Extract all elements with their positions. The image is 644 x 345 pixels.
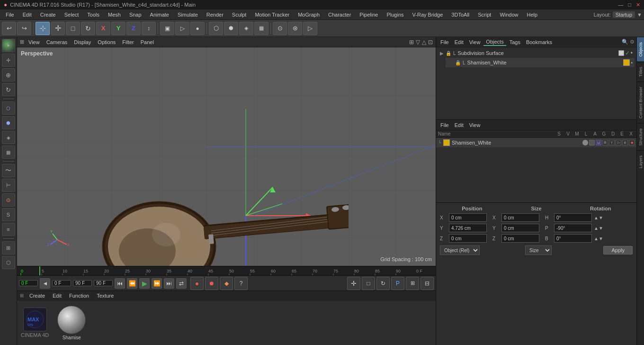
snap-tool-button[interactable]: S [2, 208, 15, 221]
coord-arrow-p[interactable]: ▲▼ [594, 226, 603, 231]
timeline-select-button[interactable]: □ [362, 277, 375, 290]
material-menu-edit[interactable]: Edit [51, 292, 63, 299]
layer-button[interactable]: ≡ [2, 223, 15, 236]
point-mode-button[interactable]: ⬢ [224, 22, 238, 35]
polygon-mode-button[interactable]: ▦ [254, 22, 268, 35]
scale-tool-button[interactable]: □ [66, 22, 80, 35]
material-menu-texture[interactable]: Texture [95, 292, 116, 299]
objects-settings-icon[interactable]: ⚙ [630, 39, 635, 45]
move-view-button[interactable]: ✛ [2, 54, 15, 67]
material-menu-create[interactable]: Create [27, 292, 47, 299]
render-settings-button[interactable]: ⊛ [288, 22, 302, 35]
brush-tool-button[interactable]: ▦ [2, 145, 15, 159]
objects-search-icon[interactable]: 🔍 [622, 39, 628, 45]
axis-y-button[interactable]: Y [111, 22, 125, 35]
start-frame-display[interactable]: 0 F [54, 281, 69, 286]
vtab-layers[interactable]: Layers [637, 150, 644, 173]
fps-display[interactable]: 90 F [96, 281, 110, 286]
menu-character[interactable]: Character [324, 11, 355, 18]
menu-help[interactable]: Help [523, 11, 542, 18]
timeline-keys-button[interactable]: ⊞ [406, 277, 419, 290]
end-frame-display[interactable]: 90 F [75, 281, 89, 286]
viewport-menu-options[interactable]: Options [95, 39, 118, 45]
tags-file-menu[interactable]: File [438, 122, 451, 128]
size-y-input[interactable] [501, 224, 539, 232]
loop-button[interactable]: ⇄ [176, 278, 187, 289]
menu-3dtoall[interactable]: 3DToAll [447, 11, 473, 18]
viewport-menu-filter[interactable]: Filter [120, 39, 136, 45]
grid-button[interactable]: ⊞ [2, 241, 15, 254]
menu-motion-tracker[interactable]: Motion Tracker [251, 11, 293, 18]
go-end-button[interactable]: ⏭ [164, 278, 174, 289]
menu-file[interactable]: File [2, 11, 18, 18]
menu-sculpt[interactable]: Sculpt [228, 11, 250, 18]
zoom-view-button[interactable]: ⊕ [2, 68, 15, 82]
frame-step-back-button[interactable]: ◀ [40, 278, 50, 289]
object-tree-item[interactable]: 🔒 L Shamisen_White • [446, 58, 635, 67]
maximize-button[interactable]: □ [628, 2, 631, 8]
viewport[interactable]: X Y Z Perspective Grid Spacing : 100 cm [17, 47, 436, 266]
material-menu-function[interactable]: Function [67, 292, 91, 299]
objects-edit-menu[interactable]: Edit [452, 39, 466, 45]
record-button[interactable]: ● [190, 22, 205, 35]
tags-view-menu[interactable]: View [467, 122, 483, 128]
coord-space-select[interactable]: Object (Rel) World [440, 245, 480, 255]
sculpt-tool-button[interactable]: ◈ [2, 131, 15, 144]
rotation-p-input[interactable] [554, 224, 592, 232]
menu-tools[interactable]: Tools [83, 11, 103, 18]
timeline-zoom-button[interactable]: ↻ [376, 277, 390, 290]
undo-button[interactable]: ↩ [2, 22, 16, 35]
rotate-tool-button[interactable]: ↻ [81, 22, 95, 35]
objects-bookmarks-menu[interactable]: Bookmarks [524, 39, 555, 45]
menu-edit[interactable]: Edit [19, 11, 36, 18]
obj-dot-icon[interactable]: • [631, 50, 633, 56]
menu-script[interactable]: Script [474, 11, 495, 18]
viewport-menu-view[interactable]: View [26, 39, 42, 45]
knife-tool-button[interactable]: ⊢ [2, 179, 15, 192]
move-tool-button[interactable]: ✛ [51, 22, 65, 35]
object-mode-button[interactable]: ⬡ [209, 22, 223, 35]
viewport-menu-display[interactable]: Display [72, 39, 93, 45]
edge-mode-button[interactable]: ◈ [239, 22, 253, 35]
play-button[interactable]: ▷ [175, 22, 189, 35]
objects-tags-menu[interactable]: Tags [507, 39, 523, 45]
go-start-button[interactable]: ⏮ [115, 278, 125, 289]
viewport-icon-fullscreen[interactable]: ⊡ [428, 39, 433, 45]
spline-tool-button[interactable]: 〜 [2, 164, 15, 177]
model-tool-button[interactable]: ⬡ [2, 101, 15, 115]
menu-create[interactable]: Create [36, 11, 60, 18]
cameras-button[interactable]: ● [2, 39, 15, 52]
objects-objects-menu[interactable]: Objects [483, 38, 506, 46]
viewport-icon-2[interactable]: ▽ [416, 39, 420, 45]
position-x-input[interactable] [449, 213, 487, 222]
size-x-input[interactable] [501, 213, 539, 222]
objects-file-menu[interactable]: File [438, 39, 451, 45]
rotation-h-input[interactable] [554, 213, 592, 222]
object-tree-item[interactable]: ▶ 🔒 L Subdivision Surface ✓ • [438, 48, 635, 58]
viewport-icon-1[interactable]: ⊞ [409, 39, 414, 45]
obj-checkmark-icon[interactable]: ✓ [625, 50, 630, 56]
close-button[interactable]: ✕ [636, 2, 640, 8]
material-row[interactable]: └ Shamisen_White U ⊞ T ▷ R ◆ [436, 138, 636, 147]
object-button[interactable]: ⬡ [2, 256, 15, 269]
menu-window[interactable]: Window [496, 11, 522, 18]
coord-arrow-h[interactable]: ▲▼ [594, 215, 603, 220]
menu-snap[interactable]: Snap [125, 11, 145, 18]
vtab-titles[interactable]: Titles [637, 62, 644, 82]
menu-vray[interactable]: V-Ray Bridge [409, 11, 447, 18]
position-z-input[interactable] [449, 234, 487, 243]
layout-arrow-icon[interactable]: ▼ [637, 12, 642, 18]
menu-select[interactable]: Select [61, 11, 83, 18]
select-tool-button[interactable]: ⊹ [36, 22, 50, 35]
apply-button[interactable]: Apply [603, 246, 633, 254]
viewport-menu-cameras[interactable]: Cameras [44, 39, 70, 45]
axis-z-button[interactable]: Z [126, 22, 141, 35]
vtab-structure[interactable]: Structure [637, 123, 644, 151]
rotate-view-button[interactable]: ↻ [2, 83, 15, 96]
render-view-button[interactable]: ⊙ [273, 22, 287, 35]
auto-keyframe-button[interactable]: ⏺ [205, 277, 218, 290]
record-keyframe-button[interactable]: ● [190, 277, 204, 290]
vtab-content-browser[interactable]: Content Browser [637, 82, 644, 123]
coord-size-select[interactable]: Size Scale [525, 245, 552, 255]
size-z-input[interactable] [501, 234, 539, 243]
